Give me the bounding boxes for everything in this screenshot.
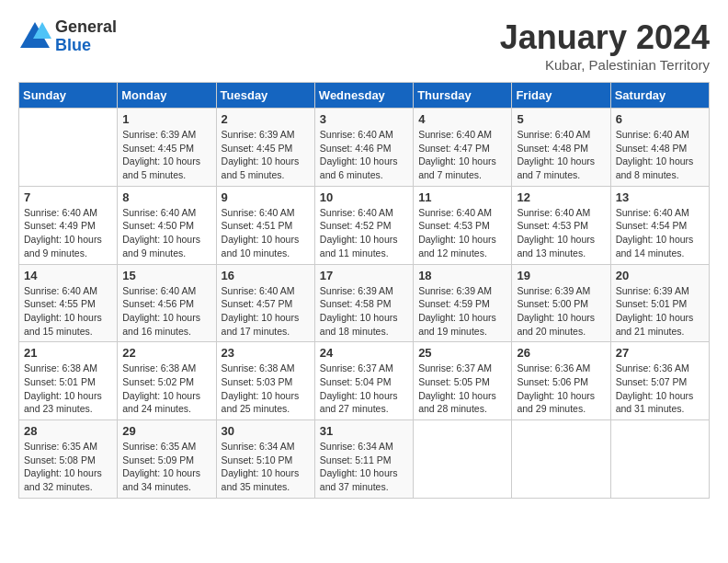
weekday-header-thursday: Thursday — [414, 83, 512, 109]
weekday-header-monday: Monday — [118, 83, 216, 109]
calendar-cell — [512, 420, 610, 499]
day-number: 3 — [320, 112, 408, 126]
weekday-header-tuesday: Tuesday — [216, 83, 314, 109]
calendar-cell — [610, 420, 709, 499]
logo-icon — [18, 20, 51, 53]
calendar-cell: 6Sunrise: 6:40 AM Sunset: 4:48 PM Daylig… — [610, 109, 709, 187]
weekday-header-wednesday: Wednesday — [314, 83, 413, 109]
day-info: Sunrise: 6:39 AM Sunset: 5:01 PM Dayligh… — [616, 284, 704, 339]
calendar-cell: 7Sunrise: 6:40 AM Sunset: 4:49 PM Daylig… — [19, 186, 118, 264]
day-info: Sunrise: 6:39 AM Sunset: 4:45 PM Dayligh… — [122, 128, 210, 182]
calendar-cell: 23Sunrise: 6:38 AM Sunset: 5:03 PM Dayli… — [216, 342, 314, 420]
calendar-table: SundayMondayTuesdayWednesdayThursdayFrid… — [18, 82, 710, 499]
day-number: 8 — [122, 190, 210, 204]
day-info: Sunrise: 6:34 AM Sunset: 5:11 PM Dayligh… — [320, 440, 408, 494]
calendar-cell: 24Sunrise: 6:37 AM Sunset: 5:04 PM Dayli… — [314, 342, 413, 420]
calendar-cell: 16Sunrise: 6:40 AM Sunset: 4:57 PM Dayli… — [216, 264, 314, 342]
calendar-cell: 11Sunrise: 6:40 AM Sunset: 4:53 PM Dayli… — [414, 186, 512, 264]
day-info: Sunrise: 6:40 AM Sunset: 4:49 PM Dayligh… — [24, 206, 112, 260]
day-number: 11 — [418, 190, 506, 204]
day-number: 15 — [122, 269, 210, 282]
day-info: Sunrise: 6:40 AM Sunset: 4:48 PM Dayligh… — [616, 128, 704, 182]
logo-blue: Blue — [55, 37, 117, 55]
day-info: Sunrise: 6:40 AM Sunset: 4:51 PM Dayligh… — [222, 206, 310, 260]
weekday-header-saturday: Saturday — [610, 83, 709, 109]
day-number: 7 — [24, 190, 112, 204]
day-info: Sunrise: 6:38 AM Sunset: 5:01 PM Dayligh… — [24, 362, 112, 416]
day-number: 19 — [517, 269, 605, 282]
day-number: 10 — [320, 190, 408, 204]
day-info: Sunrise: 6:40 AM Sunset: 4:57 PM Dayligh… — [222, 284, 310, 339]
day-info: Sunrise: 6:34 AM Sunset: 5:10 PM Dayligh… — [222, 440, 310, 494]
calendar-cell: 9Sunrise: 6:40 AM Sunset: 4:51 PM Daylig… — [216, 186, 314, 264]
week-row-5: 28Sunrise: 6:35 AM Sunset: 5:08 PM Dayli… — [19, 420, 710, 499]
calendar-cell: 18Sunrise: 6:39 AM Sunset: 4:59 PM Dayli… — [414, 264, 512, 342]
week-row-4: 21Sunrise: 6:38 AM Sunset: 5:01 PM Dayli… — [19, 342, 710, 420]
day-number: 16 — [222, 269, 310, 282]
day-info: Sunrise: 6:40 AM Sunset: 4:56 PM Dayligh… — [122, 284, 210, 339]
day-number: 22 — [122, 346, 210, 360]
day-number: 5 — [517, 112, 605, 126]
calendar-cell: 10Sunrise: 6:40 AM Sunset: 4:52 PM Dayli… — [314, 186, 413, 264]
calendar-cell: 29Sunrise: 6:35 AM Sunset: 5:09 PM Dayli… — [118, 420, 216, 499]
week-row-3: 14Sunrise: 6:40 AM Sunset: 4:55 PM Dayli… — [19, 264, 710, 342]
calendar-cell: 3Sunrise: 6:40 AM Sunset: 4:46 PM Daylig… — [314, 109, 413, 187]
calendar-cell: 21Sunrise: 6:38 AM Sunset: 5:01 PM Dayli… — [19, 342, 118, 420]
calendar-cell: 20Sunrise: 6:39 AM Sunset: 5:01 PM Dayli… — [610, 264, 709, 342]
day-number: 14 — [24, 269, 112, 282]
day-number: 30 — [222, 424, 310, 438]
day-info: Sunrise: 6:36 AM Sunset: 5:07 PM Dayligh… — [616, 362, 704, 416]
day-info: Sunrise: 6:39 AM Sunset: 5:00 PM Dayligh… — [517, 284, 605, 339]
day-info: Sunrise: 6:37 AM Sunset: 5:04 PM Dayligh… — [320, 362, 408, 416]
day-number: 23 — [222, 346, 310, 360]
day-number: 9 — [222, 190, 310, 204]
day-info: Sunrise: 6:36 AM Sunset: 5:06 PM Dayligh… — [517, 362, 605, 416]
calendar-title: January 2024 — [500, 18, 710, 57]
calendar-cell: 30Sunrise: 6:34 AM Sunset: 5:10 PM Dayli… — [216, 420, 314, 499]
day-number: 18 — [418, 269, 506, 282]
calendar-cell: 4Sunrise: 6:40 AM Sunset: 4:47 PM Daylig… — [414, 109, 512, 187]
day-info: Sunrise: 6:35 AM Sunset: 5:08 PM Dayligh… — [24, 440, 112, 494]
calendar-cell: 28Sunrise: 6:35 AM Sunset: 5:08 PM Dayli… — [19, 420, 118, 499]
day-number: 29 — [122, 424, 210, 438]
day-info: Sunrise: 6:38 AM Sunset: 5:02 PM Dayligh… — [122, 362, 210, 416]
calendar-cell: 26Sunrise: 6:36 AM Sunset: 5:06 PM Dayli… — [512, 342, 610, 420]
weekday-header-sunday: Sunday — [19, 83, 118, 109]
calendar-cell: 27Sunrise: 6:36 AM Sunset: 5:07 PM Dayli… — [610, 342, 709, 420]
calendar-cell: 25Sunrise: 6:37 AM Sunset: 5:05 PM Dayli… — [414, 342, 512, 420]
day-info: Sunrise: 6:40 AM Sunset: 4:47 PM Dayligh… — [418, 128, 506, 182]
day-number: 24 — [320, 346, 408, 360]
calendar-cell: 2Sunrise: 6:39 AM Sunset: 4:45 PM Daylig… — [216, 109, 314, 187]
day-number: 31 — [320, 424, 408, 438]
calendar-cell: 8Sunrise: 6:40 AM Sunset: 4:50 PM Daylig… — [118, 186, 216, 264]
day-number: 26 — [517, 346, 605, 360]
calendar-cell: 14Sunrise: 6:40 AM Sunset: 4:55 PM Dayli… — [19, 264, 118, 342]
day-number: 28 — [24, 424, 112, 438]
day-info: Sunrise: 6:40 AM Sunset: 4:52 PM Dayligh… — [320, 206, 408, 260]
calendar-cell: 5Sunrise: 6:40 AM Sunset: 4:48 PM Daylig… — [512, 109, 610, 187]
day-number: 21 — [24, 346, 112, 360]
calendar-subtitle: Kubar, Palestinian Territory — [500, 57, 710, 73]
calendar-cell: 1Sunrise: 6:39 AM Sunset: 4:45 PM Daylig… — [118, 109, 216, 187]
calendar-cell: 17Sunrise: 6:39 AM Sunset: 4:58 PM Dayli… — [314, 264, 413, 342]
week-row-2: 7Sunrise: 6:40 AM Sunset: 4:49 PM Daylig… — [19, 186, 710, 264]
weekday-header-row: SundayMondayTuesdayWednesdayThursdayFrid… — [19, 83, 710, 109]
calendar-cell — [19, 109, 118, 187]
day-info: Sunrise: 6:39 AM Sunset: 4:45 PM Dayligh… — [222, 128, 310, 182]
day-info: Sunrise: 6:40 AM Sunset: 4:46 PM Dayligh… — [320, 128, 408, 182]
calendar-cell: 12Sunrise: 6:40 AM Sunset: 4:53 PM Dayli… — [512, 186, 610, 264]
logo-general: General — [55, 18, 117, 37]
calendar-cell: 31Sunrise: 6:34 AM Sunset: 5:11 PM Dayli… — [314, 420, 413, 499]
calendar-cell — [414, 420, 512, 499]
weekday-header-friday: Friday — [512, 83, 610, 109]
day-number: 20 — [616, 269, 704, 282]
day-info: Sunrise: 6:40 AM Sunset: 4:48 PM Dayligh… — [517, 128, 605, 182]
day-info: Sunrise: 6:40 AM Sunset: 4:53 PM Dayligh… — [418, 206, 506, 260]
day-info: Sunrise: 6:39 AM Sunset: 4:59 PM Dayligh… — [418, 284, 506, 339]
page-header: General Blue January 2024 Kubar, Palesti… — [18, 18, 710, 73]
day-number: 4 — [418, 112, 506, 126]
day-number: 17 — [320, 269, 408, 282]
day-number: 2 — [222, 112, 310, 126]
day-info: Sunrise: 6:39 AM Sunset: 4:58 PM Dayligh… — [320, 284, 408, 339]
week-row-1: 1Sunrise: 6:39 AM Sunset: 4:45 PM Daylig… — [19, 109, 710, 187]
